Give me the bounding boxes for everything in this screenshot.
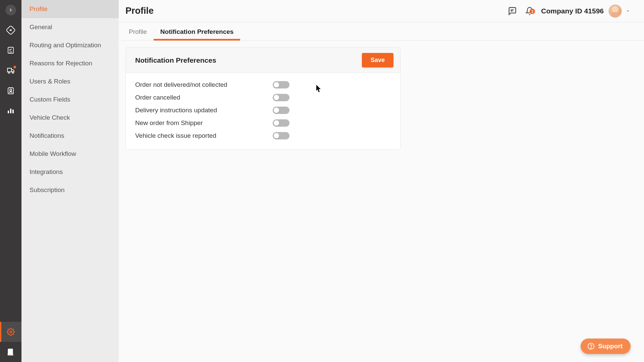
rail-routes[interactable] <box>0 20 21 40</box>
svg-rect-1 <box>8 47 13 53</box>
pref-row: Delivery instructions updated <box>135 104 391 117</box>
icon-rail <box>0 0 21 362</box>
sidebar-item-notifications[interactable]: Notifications <box>21 127 119 145</box>
rail-help[interactable] <box>0 342 21 362</box>
company-id-label: Company ID 41596 <box>541 7 604 15</box>
rail-fleet-badge <box>13 65 17 69</box>
book-icon <box>6 348 15 356</box>
sidebar-item-subscription[interactable]: Subscription <box>21 181 119 199</box>
svg-rect-6 <box>8 111 9 113</box>
sidebar-item-integrations[interactable]: Integrations <box>21 163 119 181</box>
tabs: Profile Notification Preferences <box>119 22 644 41</box>
sidebar-item-vehicle-check[interactable]: Vehicle Check <box>21 109 119 127</box>
topbar: Profile 1 Company ID 41596 <box>119 0 644 22</box>
support-label: Support <box>598 343 623 350</box>
bell-badge: 1 <box>530 9 535 14</box>
toggle-order-not-delivered[interactable] <box>273 81 289 88</box>
main-area: Profile 1 Company ID 41596 Profile Notif… <box>119 0 644 362</box>
svg-point-11 <box>591 348 591 348</box>
checklist-icon <box>7 46 15 54</box>
contact-card-icon <box>7 86 15 95</box>
pref-label: Order cancelled <box>135 94 273 101</box>
route-sign-icon <box>6 26 15 35</box>
svg-point-2 <box>8 72 9 73</box>
rail-orders[interactable] <box>0 40 21 60</box>
svg-rect-8 <box>12 110 14 113</box>
pref-row: New order from Shipper <box>135 117 391 129</box>
messages-button[interactable] <box>503 6 521 16</box>
pref-label: Delivery instructions updated <box>135 107 273 114</box>
svg-point-5 <box>10 89 12 91</box>
bar-chart-icon <box>7 107 15 115</box>
tab-profile[interactable]: Profile <box>125 22 150 40</box>
avatar[interactable] <box>608 4 622 18</box>
svg-point-3 <box>12 72 13 73</box>
save-button[interactable]: Save <box>362 53 393 67</box>
support-button[interactable]: Support <box>581 339 631 354</box>
chevron-right-icon <box>8 8 13 12</box>
rail-fleet[interactable] <box>0 60 21 80</box>
sidebar-item-routing[interactable]: Routing and Optimization <box>21 36 119 54</box>
card-title: Notification Preferences <box>135 56 216 64</box>
help-circle-icon <box>587 343 595 350</box>
svg-point-9 <box>10 331 12 333</box>
toggle-new-order[interactable] <box>273 119 289 127</box>
caret-down-icon <box>626 9 630 13</box>
preferences-body: Order not delivered/not collected Order … <box>126 73 400 149</box>
page-title: Profile <box>125 6 154 16</box>
gear-icon <box>7 328 15 336</box>
pref-row: Vehicle check issue reported <box>135 129 391 142</box>
notifications-button[interactable]: 1 <box>521 7 538 15</box>
rail-analytics[interactable] <box>0 101 21 121</box>
settings-sidebar: Profile General Routing and Optimization… <box>21 0 119 362</box>
sidebar-item-general[interactable]: General <box>21 18 119 36</box>
pref-label: Vehicle check issue reported <box>135 132 273 139</box>
content: Notification Preferences Save Order not … <box>119 41 644 157</box>
sidebar-item-mobile-workflow[interactable]: Mobile Workflow <box>21 145 119 163</box>
pref-label: Order not delivered/not collected <box>135 81 273 88</box>
toggle-order-cancelled[interactable] <box>273 94 289 101</box>
toggle-vehicle-check-issue[interactable] <box>273 132 289 139</box>
rail-expand[interactable] <box>0 0 21 20</box>
rail-users[interactable] <box>0 80 21 101</box>
chat-icon <box>507 6 517 16</box>
tab-notification-preferences[interactable]: Notification Preferences <box>157 22 237 40</box>
rail-settings[interactable] <box>0 322 21 342</box>
notification-preferences-card: Notification Preferences Save Order not … <box>125 47 400 150</box>
sidebar-item-rejection[interactable]: Reasons for Rejection <box>21 54 119 72</box>
sidebar-item-users-roles[interactable]: Users & Roles <box>21 72 119 90</box>
sidebar-item-profile[interactable]: Profile <box>21 0 119 18</box>
toggle-delivery-instructions[interactable] <box>273 107 289 114</box>
account-menu-button[interactable] <box>622 9 634 13</box>
pref-label: New order from Shipper <box>135 119 273 127</box>
svg-rect-7 <box>10 109 11 113</box>
pref-row: Order not delivered/not collected <box>135 78 391 91</box>
pref-row: Order cancelled <box>135 91 391 104</box>
card-header: Notification Preferences Save <box>126 48 400 73</box>
svg-rect-4 <box>8 88 13 94</box>
sidebar-item-custom-fields[interactable]: Custom Fields <box>21 90 119 109</box>
